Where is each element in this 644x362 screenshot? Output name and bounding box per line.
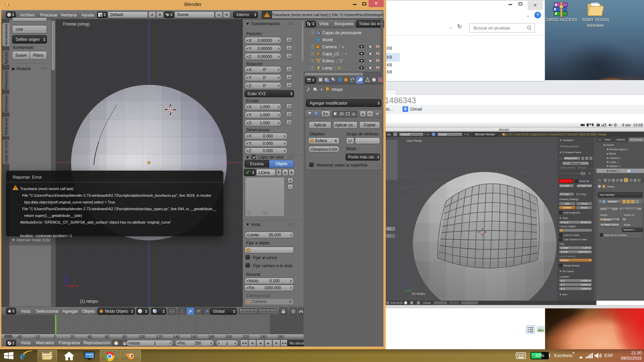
svg-text:!: ! [15,186,16,190]
svg-text:lenovo: lenovo [86,353,93,355]
svg-text:n: n [601,123,603,127]
svg-text:i: i [9,13,9,16]
svg-text:x: x [76,284,78,288]
svg-text:z: z [65,272,67,276]
svg-text:retopo: retopo [331,87,343,92]
svg-text:Frontal (ortog): Frontal (ortog) [63,22,90,26]
svg-text:!: ! [266,13,268,17]
svg-text:(1) retopo: (1) retopo [80,299,98,304]
